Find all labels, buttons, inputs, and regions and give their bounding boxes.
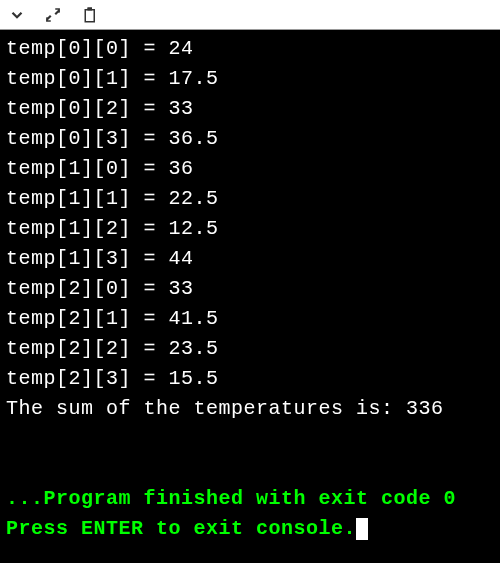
output-line: temp[1][2] = 12.5 — [6, 214, 494, 244]
exit-code-line: ...Program finished with exit code 0 — [6, 484, 494, 514]
svg-rect-0 — [88, 7, 93, 10]
output-line: temp[0][2] = 33 — [6, 94, 494, 124]
output-line: temp[2][0] = 33 — [6, 274, 494, 304]
console-output: temp[0][0] = 24 temp[0][1] = 17.5 temp[0… — [0, 30, 500, 563]
output-line: temp[0][1] = 17.5 — [6, 64, 494, 94]
output-line: temp[1][1] = 22.5 — [6, 184, 494, 214]
output-line: temp[2][1] = 41.5 — [6, 304, 494, 334]
cursor — [356, 518, 368, 540]
output-line: temp[2][2] = 23.5 — [6, 334, 494, 364]
toolbar — [0, 0, 500, 30]
expand-icon[interactable] — [44, 6, 62, 24]
sum-line: The sum of the temperatures is: 336 — [6, 394, 494, 424]
prompt-line: Press ENTER to exit console. — [6, 514, 494, 544]
output-line: temp[2][3] = 15.5 — [6, 364, 494, 394]
chevron-down-icon[interactable] — [8, 6, 26, 24]
output-line: temp[1][3] = 44 — [6, 244, 494, 274]
spacer — [6, 424, 494, 484]
output-line: temp[1][0] = 36 — [6, 154, 494, 184]
output-line: temp[0][0] = 24 — [6, 34, 494, 64]
output-line: temp[0][3] = 36.5 — [6, 124, 494, 154]
clipboard-icon[interactable] — [80, 6, 98, 24]
prompt-text: Press ENTER to exit console. — [6, 514, 356, 544]
